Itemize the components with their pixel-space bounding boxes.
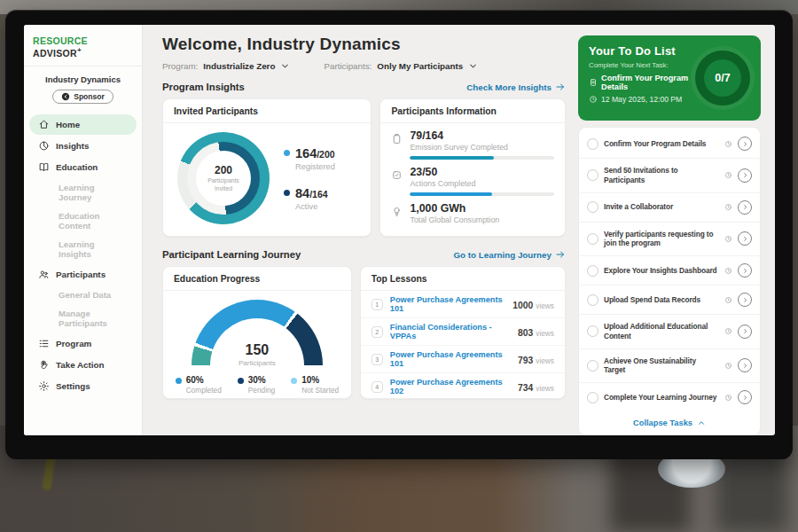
lesson-views: 803 (518, 328, 533, 338)
task-open-button[interactable] (738, 358, 752, 372)
invited-total: 200 (215, 164, 232, 176)
main-content: Welcome, Industry Dynamics Program: Indu… (143, 25, 574, 435)
registered-label: Registered (295, 162, 335, 171)
todo-next-task: Confirm Your Program Details (589, 74, 690, 91)
clock-icon (724, 296, 732, 304)
lesson-row: 2 Financial Considerations - VPPAs 803vi… (361, 318, 565, 346)
people-icon (38, 269, 50, 280)
lesson-link[interactable]: Financial Considerations - VPPAs (390, 323, 511, 340)
clock-icon (724, 327, 732, 335)
task-checkbox[interactable] (587, 325, 598, 337)
emission-survey-progress-bar (410, 156, 554, 160)
completed-legend-item: 60% Completed (176, 375, 222, 395)
sidebar-item-education[interactable]: Education (29, 157, 137, 177)
sponsor-badge-label: Sponsor (74, 92, 104, 101)
active-total: /164 (309, 189, 327, 200)
dashboard-screen: RESOURCE ADVISOR+ Industry Dynamics Spon… (24, 25, 775, 435)
lesson-row: 4 Power Purchase Agreements 102 734views (361, 373, 565, 399)
invited-participants-title: Invited Participants (163, 99, 371, 123)
sidebar-item-label: Participants (56, 270, 106, 279)
logo-resource: RESOURCE (33, 35, 88, 46)
task-open-button[interactable] (738, 200, 752, 215)
chevron-right-icon (741, 267, 749, 275)
task-open-button[interactable] (738, 137, 752, 151)
collapse-tasks-label: Collapse Tasks (633, 419, 692, 427)
chevron-down-icon[interactable] (280, 61, 290, 71)
task-row: Upload Additional Educational Content (579, 315, 760, 349)
views-suffix: views (536, 356, 554, 365)
sponsor-icon (61, 92, 70, 101)
sidebar-item-general-data[interactable]: General Data (29, 286, 137, 304)
pending-legend-item: 30% Pending (238, 375, 275, 395)
learning-cards-row: Education Progress 150 Participants (162, 266, 566, 399)
task-checkbox[interactable] (587, 201, 598, 213)
sidebar-item-program[interactable]: Program (29, 333, 137, 354)
actions-completed-stat: 23/50 Actions Completed (391, 166, 554, 196)
sidebar-item-education-content[interactable]: Education Content (29, 207, 137, 235)
arrow-right-icon (555, 82, 566, 92)
completed-pct: 60% (186, 375, 222, 385)
invited-participants-card: Invited Participants 200 Participants In… (162, 98, 372, 237)
sponsor-badge[interactable]: Sponsor (52, 90, 113, 104)
go-to-learning-journey-link[interactable]: Go to Learning Journey (454, 249, 567, 260)
todo-progress-ring: 0/7 (695, 51, 750, 106)
registered-dot (284, 150, 290, 156)
sidebar-item-participants[interactable]: Participants (29, 264, 137, 285)
sidebar-item-insights[interactable]: Insights (29, 136, 137, 156)
views-suffix: views (536, 301, 554, 310)
task-checkbox[interactable] (587, 392, 598, 403)
chevron-down-icon[interactable] (468, 61, 478, 71)
participants-filter-value[interactable]: Only My Participants (377, 61, 463, 71)
clock-icon (724, 394, 732, 402)
lesson-link[interactable]: Power Purchase Agreements 101 (390, 295, 506, 313)
lesson-link[interactable]: Power Purchase Agreements 101 (390, 350, 511, 368)
lesson-views: 1000 (512, 301, 533, 310)
active-dot (284, 190, 290, 196)
chevron-right-icon (741, 203, 749, 211)
lesson-row: 3 Power Purchase Agreements 101 793views (361, 346, 565, 373)
task-checkbox[interactable] (587, 265, 598, 277)
pending-dot (238, 378, 244, 384)
not-started-label: Not Started (301, 386, 339, 395)
collapse-tasks-button[interactable]: Collapse Tasks (579, 411, 760, 434)
program-filter-value[interactable]: Industrialize Zero (203, 61, 275, 71)
task-checkbox[interactable] (587, 138, 598, 150)
sidebar-item-settings[interactable]: Settings (29, 376, 137, 396)
gauge-label: Participants (192, 359, 323, 367)
check-more-insights-link[interactable]: Check More Insights (466, 82, 566, 92)
not-started-pct: 10% (301, 375, 339, 385)
sidebar-item-manage-participants[interactable]: Manage Participants (29, 304, 137, 332)
list-icon (38, 338, 50, 349)
task-open-button[interactable] (738, 231, 752, 246)
task-checkbox[interactable] (587, 294, 598, 306)
emission-survey-stat: 79/164 Emission Survey Completed (391, 129, 554, 160)
program-insights-title: Program Insights (162, 82, 245, 92)
task-label: Upload Additional Educational Content (604, 322, 719, 341)
invited-donut-chart: 200 Participants Invited (177, 132, 270, 224)
task-checkbox[interactable] (587, 169, 598, 181)
gear-icon (38, 380, 50, 392)
sidebar-item-home[interactable]: Home (29, 114, 137, 135)
filter-bar: Program: Industrialize Zero Participants… (162, 61, 566, 71)
todo-next-task-time: 12 May 2025, 12:00 PM (589, 95, 690, 104)
lesson-link[interactable]: Power Purchase Agreements 102 (390, 378, 511, 395)
task-checkbox[interactable] (587, 233, 598, 245)
task-open-button[interactable] (738, 390, 752, 404)
task-checkbox[interactable] (587, 360, 598, 372)
task-open-button[interactable] (738, 263, 752, 278)
sidebar-nav: Home Insights Education Learning Journey… (24, 114, 142, 396)
task-open-button[interactable] (738, 293, 752, 307)
task-label: Upload Spend Data Records (604, 295, 719, 305)
sidebar-item-label: Settings (56, 381, 90, 391)
task-open-button[interactable] (738, 325, 752, 339)
active-value: 84 (295, 186, 309, 200)
task-row: Achieve One Sustainability Target (579, 349, 760, 384)
lesson-rank: 2 (372, 326, 383, 338)
sidebar-item-learning-insights[interactable]: Learning Insights (29, 235, 137, 263)
sidebar-item-take-action[interactable]: Take Action (29, 355, 137, 375)
sidebar-item-learning-journey[interactable]: Learning Journey (29, 178, 137, 207)
pending-label: Pending (248, 386, 275, 395)
top-lessons-card: Top Lessons 1 Power Purchase Agreements … (360, 266, 566, 399)
task-label: Invite a Collaborator (604, 202, 719, 212)
task-open-button[interactable] (738, 168, 752, 183)
